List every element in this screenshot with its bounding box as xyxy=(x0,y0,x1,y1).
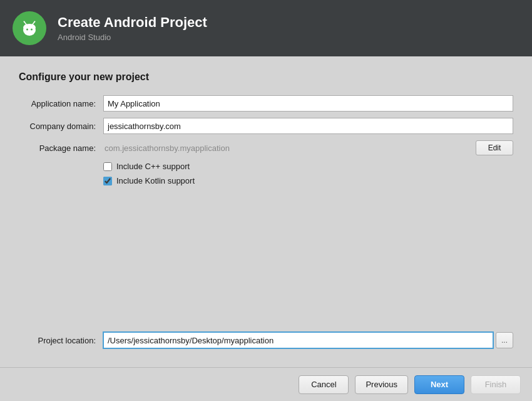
company-domain-input[interactable] xyxy=(103,118,513,134)
package-name-value: com.jessicathornsby.myapplication xyxy=(103,143,471,153)
project-location-input[interactable] xyxy=(103,332,493,348)
section-title: Configure your new project xyxy=(19,71,513,83)
header-subtitle: Android Studio xyxy=(58,33,207,42)
finish-button[interactable]: Finish xyxy=(471,375,521,394)
cancel-button[interactable]: Cancel xyxy=(299,375,349,394)
svg-point-1 xyxy=(26,29,28,31)
project-location-row: Project location: ... xyxy=(19,332,513,348)
package-name-row: Package name: com.jessicathornsby.myappl… xyxy=(19,140,513,155)
cpp-support-label[interactable]: Include C++ support xyxy=(116,162,190,171)
android-icon xyxy=(19,18,40,39)
header-text: Create Android Project Android Studio xyxy=(58,14,207,42)
android-logo xyxy=(13,11,46,45)
cpp-support-row: Include C++ support xyxy=(103,162,513,171)
kotlin-support-checkbox[interactable] xyxy=(103,177,112,185)
previous-button[interactable]: Previous xyxy=(355,375,408,394)
kotlin-support-row: Include Kotlin support xyxy=(103,176,513,185)
application-name-row: Application name: xyxy=(19,95,513,112)
svg-line-3 xyxy=(24,22,26,24)
form-area: Application name: Company domain: Packag… xyxy=(19,95,513,190)
cpp-support-checkbox[interactable] xyxy=(103,162,112,171)
company-domain-row: Company domain: xyxy=(19,118,513,134)
browse-button[interactable]: ... xyxy=(496,332,513,348)
header-title: Create Android Project xyxy=(58,14,207,31)
application-name-label: Application name: xyxy=(19,99,103,108)
project-location-label: Project location: xyxy=(19,336,103,345)
kotlin-support-label[interactable]: Include Kotlin support xyxy=(116,176,195,185)
window: Create Android Project Android Studio Co… xyxy=(0,0,532,401)
svg-point-6 xyxy=(34,21,36,23)
footer: Cancel Previous Next Finish xyxy=(0,367,532,401)
main-content: Configure your new project Application n… xyxy=(0,56,532,367)
company-domain-label: Company domain: xyxy=(19,122,103,131)
svg-point-2 xyxy=(31,29,33,31)
edit-button[interactable]: Edit xyxy=(476,140,513,155)
spacer xyxy=(19,190,513,332)
package-name-label: Package name: xyxy=(19,143,103,153)
location-input-wrapper: ... xyxy=(103,332,513,348)
next-button[interactable]: Next xyxy=(414,375,464,394)
svg-line-5 xyxy=(33,22,34,24)
application-name-input[interactable] xyxy=(103,95,513,112)
header: Create Android Project Android Studio xyxy=(0,0,532,56)
svg-point-4 xyxy=(24,21,25,23)
